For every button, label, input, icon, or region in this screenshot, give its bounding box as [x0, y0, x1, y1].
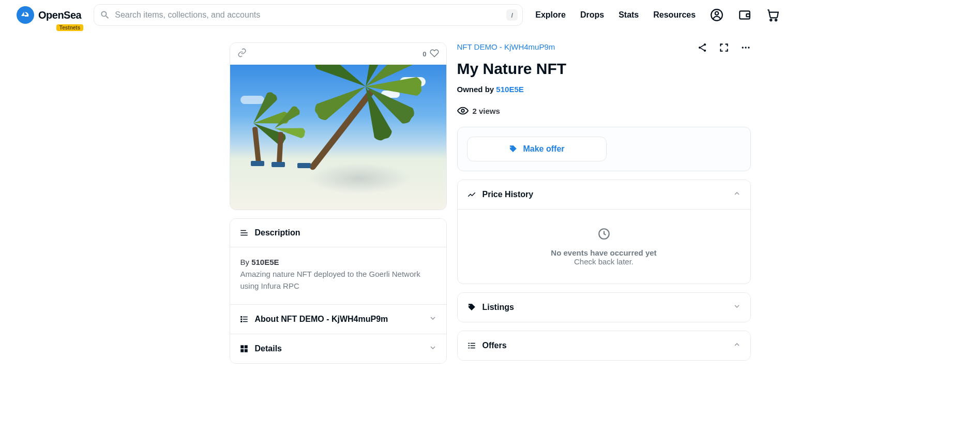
slash-hotkey: /: [506, 9, 518, 21]
creator-prefix: By: [240, 258, 250, 266]
svg-rect-14: [243, 319, 247, 320]
wallet-icon[interactable]: [738, 8, 751, 22]
svg-rect-29: [470, 343, 475, 344]
chart-icon: [467, 190, 476, 199]
description-icon: [239, 228, 249, 237]
about-title: About NFT DEMO - KjWH4muP9m: [255, 315, 388, 324]
offers-header[interactable]: Offers: [458, 331, 750, 360]
description-text: Amazing nature NFT deployed to the Goerl…: [240, 269, 436, 292]
listings-panel: Listings: [457, 292, 751, 322]
description-header[interactable]: Description: [230, 219, 446, 247]
details-icon: [239, 344, 249, 353]
cart-icon[interactable]: [766, 8, 779, 22]
search-input[interactable]: [94, 4, 523, 26]
list-icon: [467, 341, 476, 350]
clock-icon: [597, 227, 611, 241]
eye-icon: [457, 105, 469, 116]
svg-rect-15: [243, 321, 247, 322]
svg-rect-3: [740, 11, 750, 19]
chevron-down-icon: [733, 302, 741, 313]
svg-rect-19: [244, 349, 247, 352]
svg-rect-32: [468, 348, 470, 349]
testnets-badge: Testnets: [56, 24, 83, 31]
like-count: 0: [423, 50, 426, 58]
nav-stats[interactable]: Stats: [619, 10, 639, 20]
view-count: 2 views: [473, 107, 500, 115]
about-icon: [239, 315, 249, 324]
svg-rect-16: [240, 345, 244, 348]
details-title: Details: [255, 344, 282, 353]
offer-card: Make offer: [457, 127, 751, 171]
chevron-down-icon: [429, 314, 437, 324]
svg-point-23: [742, 47, 743, 48]
svg-point-5: [770, 19, 772, 21]
owned-by-prefix: Owned by: [457, 85, 494, 94]
svg-point-6: [775, 19, 777, 21]
nav-resources[interactable]: Resources: [653, 10, 696, 20]
chain-icon[interactable]: [237, 48, 247, 60]
listings-title: Listings: [483, 303, 514, 312]
account-icon[interactable]: [710, 8, 723, 22]
no-events-title: No events have occurred yet: [463, 248, 745, 257]
svg-rect-10: [240, 316, 242, 318]
nav-drops[interactable]: Drops: [580, 10, 604, 20]
svg-rect-33: [470, 348, 475, 349]
search-bar: /: [94, 4, 523, 26]
details-header[interactable]: Details: [230, 334, 446, 363]
svg-point-2: [715, 12, 719, 16]
description-panel: Description By 510E5E Amazing nature NFT…: [230, 218, 447, 364]
offers-panel: Offers: [457, 331, 751, 361]
owner-link[interactable]: 510E5E: [496, 85, 523, 94]
listings-header[interactable]: Listings: [458, 293, 750, 322]
nft-image[interactable]: [230, 65, 446, 210]
svg-rect-31: [470, 345, 475, 346]
svg-point-24: [745, 47, 746, 48]
svg-rect-12: [240, 321, 242, 322]
tag-icon: [467, 303, 476, 312]
fullscreen-icon[interactable]: [719, 42, 729, 55]
nft-title: My Nature NFT: [457, 60, 751, 78]
offers-title: Offers: [483, 341, 507, 350]
svg-rect-8: [240, 232, 248, 233]
nft-image-card: 0: [230, 42, 447, 210]
make-offer-button[interactable]: Make offer: [467, 137, 607, 161]
svg-rect-7: [240, 230, 246, 231]
creator-name[interactable]: 510E5E: [251, 258, 279, 266]
price-history-header[interactable]: Price History: [458, 180, 750, 209]
nav: Explore Drops Stats Resources: [535, 8, 779, 22]
chevron-down-icon: [429, 344, 437, 354]
about-header[interactable]: About NFT DEMO - KjWH4muP9m: [230, 304, 446, 334]
search-icon: [100, 10, 110, 20]
make-offer-label: Make offer: [523, 144, 564, 154]
price-history-panel: Price History No events have occurred ye…: [457, 180, 751, 284]
chevron-up-icon: [733, 189, 741, 200]
svg-rect-28: [468, 343, 470, 344]
svg-rect-11: [240, 319, 242, 320]
chevron-up-icon: [733, 340, 741, 351]
svg-rect-18: [240, 349, 244, 352]
header: OpenSea Testnets / Explore Drops Stats R…: [0, 0, 980, 30]
price-history-title: Price History: [483, 190, 534, 199]
svg-rect-9: [240, 235, 248, 236]
brand-name: OpenSea: [38, 9, 81, 21]
heart-icon[interactable]: [430, 49, 439, 60]
svg-rect-30: [468, 345, 470, 346]
nav-explore[interactable]: Explore: [535, 10, 566, 20]
svg-rect-17: [244, 345, 247, 348]
svg-rect-13: [243, 317, 247, 318]
share-icon[interactable]: [697, 42, 707, 55]
no-events-sub: Check back later.: [463, 257, 745, 266]
svg-point-25: [748, 47, 749, 48]
collection-link[interactable]: NFT DEMO - KjWH4muP9m: [457, 42, 555, 51]
more-icon[interactable]: [741, 42, 751, 55]
tag-icon: [508, 144, 518, 154]
description-title: Description: [255, 228, 300, 237]
logo[interactable]: OpenSea Testnets: [17, 6, 81, 24]
opensea-logo-icon: [17, 6, 34, 24]
svg-rect-4: [746, 14, 750, 17]
svg-point-26: [461, 109, 464, 112]
